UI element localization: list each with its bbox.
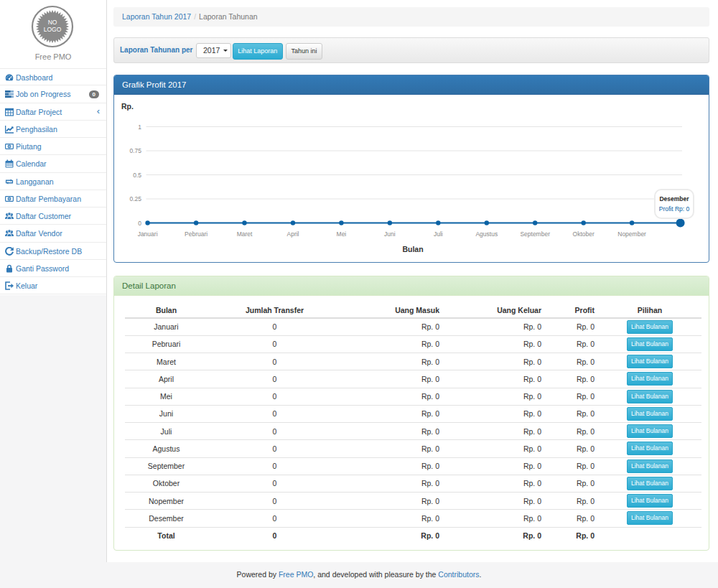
svg-text:Maret: Maret xyxy=(237,230,253,237)
svg-text:1: 1 xyxy=(138,123,141,130)
svg-text:LOGO: LOGO xyxy=(44,26,62,33)
svg-text:Nopember: Nopember xyxy=(617,230,646,237)
svg-text:April: April xyxy=(286,230,299,237)
svg-text:Oktober: Oktober xyxy=(573,230,595,237)
svg-text:0: 0 xyxy=(138,219,141,226)
svg-text:September: September xyxy=(520,230,550,237)
svg-text:Januari: Januari xyxy=(138,230,158,237)
svg-text:0.75: 0.75 xyxy=(129,147,141,154)
svg-text:Bulan: Bulan xyxy=(402,245,423,253)
svg-text:0.25: 0.25 xyxy=(129,195,141,202)
svg-text:Juli: Juli xyxy=(434,230,443,237)
svg-text:Pebruari: Pebruari xyxy=(185,230,208,237)
svg-text:Profit Rp: 0: Profit Rp: 0 xyxy=(659,205,690,212)
svg-text:NO: NO xyxy=(48,19,57,26)
svg-text:0.5: 0.5 xyxy=(133,171,141,178)
svg-text:Juni: Juni xyxy=(384,230,396,237)
svg-text:Rp.: Rp. xyxy=(121,102,134,111)
svg-text:Agustus: Agustus xyxy=(475,230,498,237)
svg-text:Desember: Desember xyxy=(659,195,689,202)
svg-text:Mei: Mei xyxy=(337,230,347,237)
